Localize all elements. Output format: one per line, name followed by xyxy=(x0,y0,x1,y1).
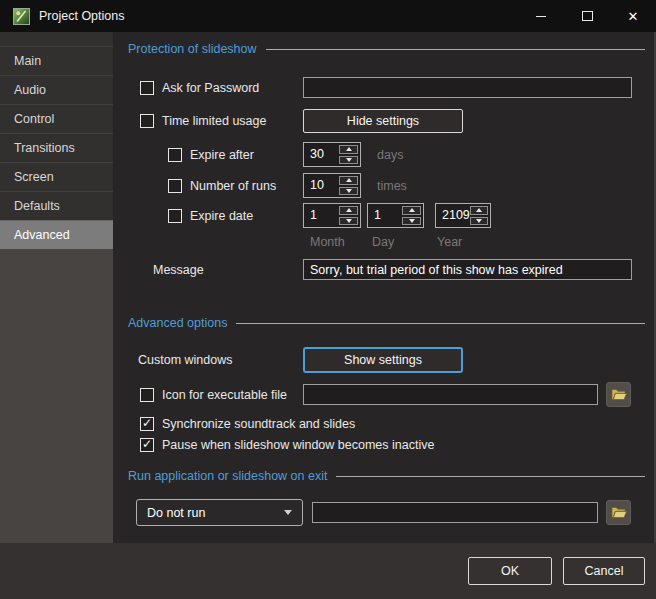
expire-month-value: 1 xyxy=(304,204,339,227)
expire-date-controls: 1 1 2109 xyxy=(303,203,491,228)
sidebar-item-defaults[interactable]: Defaults xyxy=(0,191,113,220)
synchronize-checkbox[interactable] xyxy=(140,417,154,431)
folder-open-icon xyxy=(611,506,627,519)
spinner-up-button[interactable] xyxy=(470,206,488,215)
icon-for-exe-label: Icon for executable file xyxy=(162,388,287,402)
number-of-runs-spinner[interactable]: 10 xyxy=(303,173,361,198)
password-input[interactable] xyxy=(303,77,632,98)
sidebar-item-advanced[interactable]: Advanced xyxy=(0,220,113,249)
expire-after-value: 30 xyxy=(304,143,339,166)
project-options-dialog: Project Options ✕ Main Audio Control Tra… xyxy=(0,0,656,599)
sidebar-item-transitions[interactable]: Transitions xyxy=(0,133,113,162)
pause-inactive-checkbox[interactable] xyxy=(140,438,154,452)
maximize-button[interactable] xyxy=(564,0,610,32)
pause-inactive-row: Pause when slideshow window becomes inac… xyxy=(140,437,434,452)
synchronize-row: Synchronize soundtrack and slides xyxy=(140,416,355,431)
expire-after-checkbox[interactable] xyxy=(168,148,182,162)
expire-after-unit: days xyxy=(377,148,403,162)
sidebar-item-control[interactable]: Control xyxy=(0,104,113,133)
section-divider xyxy=(266,49,645,50)
browse-run-target-button[interactable] xyxy=(606,500,631,525)
time-limited-row: Time limited usage xyxy=(140,109,266,133)
expire-after-label: Expire after xyxy=(190,148,254,162)
protection-section-header: Protection of slideshow xyxy=(128,41,645,57)
run-on-exit-selected-value: Do not run xyxy=(147,506,205,520)
spinner-up-button[interactable] xyxy=(339,176,358,185)
expire-year-value: 2109 xyxy=(436,204,470,227)
minimize-button[interactable] xyxy=(518,0,564,32)
number-of-runs-unit: times xyxy=(377,179,407,193)
expire-day-value: 1 xyxy=(368,204,402,227)
expire-date-label: Expire date xyxy=(190,209,253,223)
expire-date-checkbox[interactable] xyxy=(168,209,182,223)
sidebar-item-audio[interactable]: Audio xyxy=(0,75,113,104)
spinner-down-icon xyxy=(409,219,415,223)
spinner-down-button[interactable] xyxy=(339,187,358,196)
expire-year-spinner[interactable]: 2109 xyxy=(435,203,491,228)
spinner-down-button[interactable] xyxy=(470,217,488,226)
expire-after-row: Expire after xyxy=(168,142,254,167)
close-icon: ✕ xyxy=(628,10,639,23)
custom-windows-row: Custom windows xyxy=(138,347,232,373)
spinner-up-icon xyxy=(346,147,352,151)
protection-section-title: Protection of slideshow xyxy=(128,42,257,56)
folder-open-icon xyxy=(611,388,627,401)
spinner-up-button[interactable] xyxy=(339,145,358,154)
expire-date-row: Expire date xyxy=(168,203,253,228)
ok-button[interactable]: OK xyxy=(468,557,552,585)
ask-for-password-label: Ask for Password xyxy=(162,81,259,95)
message-input[interactable] xyxy=(303,259,632,280)
ask-for-password-row: Ask for Password xyxy=(140,77,259,98)
minimize-icon xyxy=(536,16,546,17)
slideshow-app-icon xyxy=(13,8,30,25)
spinner-buttons xyxy=(339,176,358,195)
spinner-up-icon xyxy=(409,208,415,212)
dialog-footer: OK Cancel xyxy=(0,543,656,599)
time-limited-checkbox[interactable] xyxy=(140,114,154,128)
spinner-down-icon xyxy=(346,189,352,193)
ask-for-password-checkbox[interactable] xyxy=(140,81,154,95)
hide-settings-button[interactable]: Hide settings xyxy=(303,109,463,133)
sidebar-item-main[interactable]: Main xyxy=(0,46,113,75)
advanced-section-title: Advanced options xyxy=(128,316,227,330)
spinner-down-button[interactable] xyxy=(339,156,358,165)
expire-after-spinner[interactable]: 30 xyxy=(303,142,361,167)
spinner-down-button[interactable] xyxy=(402,217,421,226)
show-settings-button[interactable]: Show settings xyxy=(303,347,463,373)
section-divider xyxy=(236,323,645,324)
run-on-exit-dropdown[interactable]: Do not run xyxy=(136,499,303,526)
synchronize-label: Synchronize soundtrack and slides xyxy=(162,417,355,431)
run-on-exit-path-input[interactable] xyxy=(312,502,598,523)
icon-path-input[interactable] xyxy=(303,384,598,405)
spinner-up-button[interactable] xyxy=(339,206,358,215)
titlebar: Project Options ✕ xyxy=(0,0,656,32)
number-of-runs-checkbox[interactable] xyxy=(168,179,182,193)
expire-month-spinner[interactable]: 1 xyxy=(303,203,361,228)
window-title: Project Options xyxy=(39,9,124,23)
maximize-icon xyxy=(582,11,593,21)
chevron-down-icon xyxy=(284,510,292,515)
custom-windows-label: Custom windows xyxy=(138,353,232,367)
icon-for-exe-row: Icon for executable file xyxy=(140,384,287,405)
close-button[interactable]: ✕ xyxy=(610,0,656,32)
time-limited-label: Time limited usage xyxy=(162,114,266,128)
spinner-buttons xyxy=(470,206,488,225)
spinner-up-icon xyxy=(346,178,352,182)
year-caption: Year xyxy=(437,235,462,249)
browse-icon-button[interactable] xyxy=(606,382,631,407)
sidebar-item-screen[interactable]: Screen xyxy=(0,162,113,191)
spinner-down-icon xyxy=(476,219,482,223)
number-of-runs-row: Number of runs xyxy=(168,173,276,198)
pause-inactive-label: Pause when slideshow window becomes inac… xyxy=(162,438,434,452)
icon-for-exe-checkbox[interactable] xyxy=(140,388,154,402)
spinner-down-icon xyxy=(346,158,352,162)
cancel-button[interactable]: Cancel xyxy=(563,557,645,585)
spinner-buttons xyxy=(339,206,358,225)
expire-day-spinner[interactable]: 1 xyxy=(367,203,424,228)
window-controls: ✕ xyxy=(518,0,656,32)
message-row: Message xyxy=(153,259,204,280)
spinner-up-icon xyxy=(346,208,352,212)
expire-after-controls: 30 days xyxy=(303,142,403,167)
spinner-down-button[interactable] xyxy=(339,217,358,226)
spinner-up-button[interactable] xyxy=(402,206,421,215)
